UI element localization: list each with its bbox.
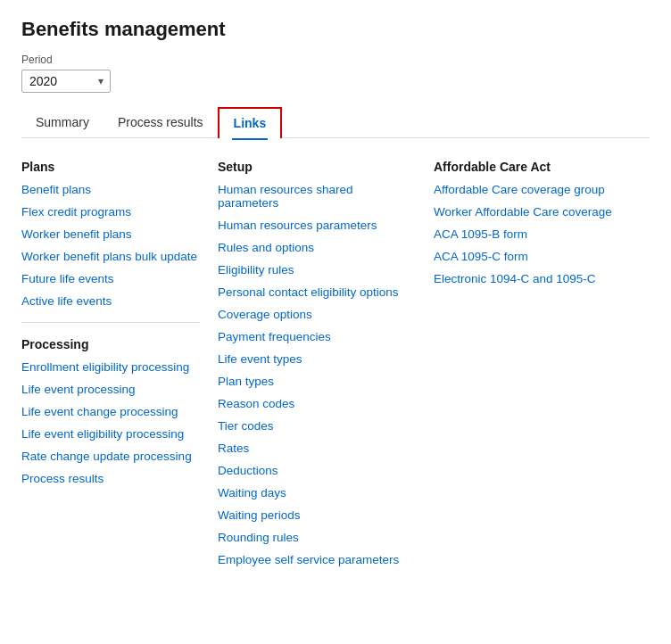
link-aca-1095b-form[interactable]: ACA 1095-B form [434, 227, 632, 241]
link-rounding-rules[interactable]: Rounding rules [218, 531, 416, 544]
link-life-event-eligibility-processing[interactable]: Life event eligibility processing [21, 427, 200, 441]
link-hr-parameters[interactable]: Human resources parameters [218, 219, 416, 232]
link-flex-credit-programs[interactable]: Flex credit programs [21, 205, 200, 219]
page-title: Benefits management [21, 18, 650, 41]
link-eligibility-rules[interactable]: Eligibility rules [218, 263, 416, 277]
link-tier-codes[interactable]: Tier codes [218, 419, 416, 433]
link-rules-and-options[interactable]: Rules and options [218, 241, 416, 254]
period-select[interactable]: 2020 2019 2021 [21, 70, 111, 93]
link-worker-aca-coverage[interactable]: Worker Affordable Care coverage [434, 205, 632, 219]
link-worker-benefit-plans[interactable]: Worker benefit plans [21, 227, 200, 241]
link-aca-coverage-group[interactable]: Affordable Care coverage group [434, 183, 632, 196]
aca-column: Affordable Care Act Affordable Care cove… [434, 160, 650, 575]
link-personal-contact-eligibility-options[interactable]: Personal contact eligibility options [218, 285, 416, 299]
period-label: Period [21, 54, 650, 66]
link-enrollment-eligibility-processing[interactable]: Enrollment eligibility processing [21, 360, 200, 374]
aca-header: Affordable Care Act [434, 160, 632, 174]
link-waiting-periods[interactable]: Waiting periods [218, 508, 416, 522]
link-rate-change-update-processing[interactable]: Rate change update processing [21, 450, 200, 463]
tab-links[interactable]: Links [218, 107, 283, 138]
link-aca-1095c-form[interactable]: ACA 1095-C form [434, 250, 632, 263]
link-payment-frequencies[interactable]: Payment frequencies [218, 330, 416, 343]
link-process-results[interactable]: Process results [21, 472, 200, 485]
section-divider [21, 322, 200, 323]
setup-header: Setup [218, 160, 416, 174]
link-rates[interactable]: Rates [218, 442, 416, 455]
link-worker-benefit-plans-bulk-update[interactable]: Worker benefit plans bulk update [21, 250, 200, 263]
link-hr-shared-parameters[interactable]: Human resources shared parameters [218, 183, 416, 210]
links-content: Plans Benefit plans Flex credit programs… [21, 160, 650, 575]
link-plan-types[interactable]: Plan types [218, 375, 416, 388]
link-coverage-options[interactable]: Coverage options [218, 308, 416, 321]
processing-header: Processing [21, 337, 200, 351]
setup-column: Setup Human resources shared parameters … [218, 160, 434, 575]
link-life-event-types[interactable]: Life event types [218, 352, 416, 366]
link-benefit-plans[interactable]: Benefit plans [21, 183, 200, 196]
link-waiting-days[interactable]: Waiting days [218, 486, 416, 500]
link-reason-codes[interactable]: Reason codes [218, 397, 416, 410]
plans-column: Plans Benefit plans Flex credit programs… [21, 160, 218, 575]
plans-header: Plans [21, 160, 200, 174]
link-deductions[interactable]: Deductions [218, 464, 416, 477]
link-life-event-processing[interactable]: Life event processing [21, 383, 200, 396]
link-future-life-events[interactable]: Future life events [21, 272, 200, 285]
link-life-event-change-processing[interactable]: Life event change processing [21, 405, 200, 418]
link-employee-self-service-parameters[interactable]: Employee self service parameters [218, 553, 416, 566]
tab-bar: Summary Process results Links [21, 107, 650, 138]
tab-process-results[interactable]: Process results [104, 107, 218, 137]
link-active-life-events[interactable]: Active life events [21, 294, 200, 308]
tab-summary[interactable]: Summary [21, 107, 104, 137]
link-electronic-1094c-1095c[interactable]: Electronic 1094-C and 1095-C [434, 272, 632, 285]
